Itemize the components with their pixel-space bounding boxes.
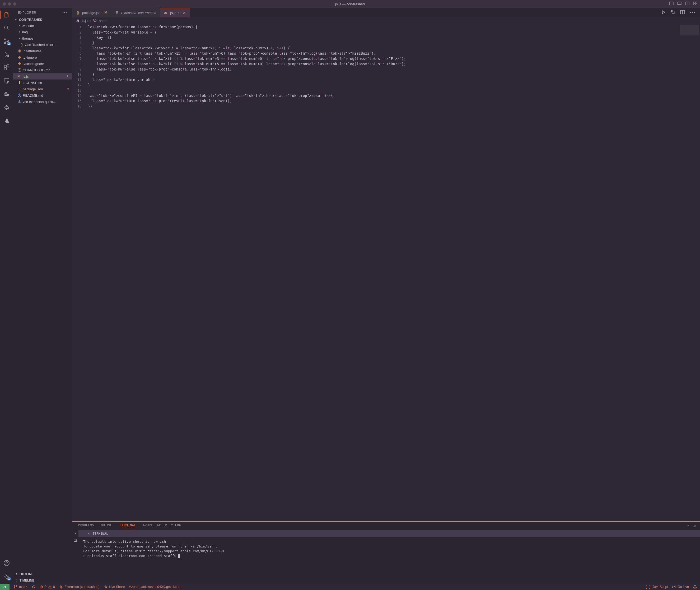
tree-item-label: .vscodeignore xyxy=(23,62,44,66)
tab-status: U xyxy=(178,11,181,15)
activity-explorer[interactable] xyxy=(3,11,10,18)
close-window-button[interactable] xyxy=(3,2,6,6)
editor-tab[interactable]: JSjs.jsU✕ xyxy=(160,8,190,17)
svg-point-13 xyxy=(4,42,6,44)
svg-point-25 xyxy=(6,576,7,577)
activity-accounts[interactable] xyxy=(3,559,10,567)
editor-tab[interactable]: Extension: con-trashed xyxy=(111,8,160,17)
tab-label: Extension: con-trashed xyxy=(121,11,157,15)
minimap[interactable] xyxy=(679,24,700,521)
file-item[interactable]: README.md xyxy=(13,92,72,99)
titlebar: js.js — con-trashed xyxy=(0,0,700,8)
status-language[interactable]: { } JavaScript xyxy=(645,585,668,589)
traffic-lights xyxy=(3,2,16,6)
tree-item-label: package.json xyxy=(23,87,43,91)
activity-settings[interactable]: 1 xyxy=(3,573,10,580)
status-sync[interactable] xyxy=(32,585,35,589)
cube-icon xyxy=(93,18,97,23)
editor-body[interactable]: 12345678910111213141516 lass="tok-kw">fu… xyxy=(72,24,700,521)
sidebar-explorer: EXPLORER ••• CON-TRASHED .vscodeimgtheme… xyxy=(13,8,72,584)
remote-button[interactable] xyxy=(0,584,9,590)
tree-item-label: .gitattributes xyxy=(23,49,41,53)
folder-item[interactable]: img xyxy=(13,29,72,35)
file-item[interactable]: CHANGELOG.md xyxy=(13,67,72,73)
terminal-section-header[interactable]: TERMINAL xyxy=(79,530,700,537)
panel-tab-output[interactable]: OUTPUT xyxy=(101,523,113,529)
tree-item-label: .vscode xyxy=(22,24,34,28)
outline-section[interactable]: OUTLINE xyxy=(13,571,72,577)
editor-tab[interactable]: {}package.jsonM xyxy=(72,8,111,17)
activity-azure[interactable] xyxy=(3,117,10,124)
status-azure[interactable]: Azure: patrickosten040@gmail.com xyxy=(129,585,181,589)
breadcrumbs[interactable]: JS js.js › name xyxy=(72,17,700,24)
js-file-icon: JS xyxy=(76,19,80,22)
toggle-panel-icon[interactable] xyxy=(677,1,682,7)
activity-docker[interactable] xyxy=(3,90,10,98)
status-branch[interactable]: main* xyxy=(14,585,27,589)
panel-tab-problems[interactable]: PROBLEMS xyxy=(78,523,94,529)
minimize-window-button[interactable] xyxy=(8,2,11,6)
activity-run-debug[interactable] xyxy=(3,51,10,58)
terminal-side-controls xyxy=(72,530,79,584)
folder-item[interactable]: themes xyxy=(13,35,72,41)
terminal-config-icon[interactable] xyxy=(74,538,77,543)
status-problems[interactable]: 0 0 xyxy=(39,585,55,589)
panel-maximize-icon[interactable] xyxy=(686,524,690,528)
breadcrumb-separator-icon: › xyxy=(90,19,91,23)
svg-point-35 xyxy=(674,13,675,14)
split-editor-icon[interactable] xyxy=(680,10,685,16)
file-item[interactable]: .vscodeignore xyxy=(13,61,72,67)
panel-close-icon[interactable]: ✕ xyxy=(694,524,696,528)
file-item[interactable]: vsc-extension-quick… xyxy=(13,99,72,105)
customize-layout-icon[interactable] xyxy=(693,1,697,7)
svg-rect-9 xyxy=(696,4,697,5)
svg-line-11 xyxy=(7,29,9,30)
toggle-primary-sidebar-icon[interactable] xyxy=(669,1,674,7)
code-content[interactable]: lass="tok-kw">function lass="tok-fn">nam… xyxy=(87,24,679,521)
file-item[interactable]: {}Con-Trashed-color… xyxy=(13,41,72,48)
svg-rect-8 xyxy=(693,4,695,5)
maximize-window-button[interactable] xyxy=(13,2,16,6)
sidebar-title: EXPLORER xyxy=(18,11,36,14)
svg-point-30 xyxy=(19,94,20,95)
status-live-share[interactable]: Live Share xyxy=(104,585,125,589)
status-notifications[interactable] xyxy=(693,585,697,589)
activity-live-share[interactable] xyxy=(3,104,10,111)
file-item[interactable]: .gitattributes xyxy=(13,48,72,54)
panel-actions: ✕ xyxy=(686,524,700,528)
editor-more-icon[interactable]: ••• xyxy=(690,10,696,15)
close-tab-icon[interactable]: ✕ xyxy=(183,11,186,15)
line-number-gutter: 12345678910111213141516 xyxy=(72,24,87,521)
panel-tab-terminal[interactable]: TERMINAL xyxy=(120,523,136,529)
toggle-secondary-sidebar-icon[interactable] xyxy=(685,1,689,7)
file-item[interactable]: .gitignore xyxy=(13,54,72,61)
svg-rect-20 xyxy=(4,79,9,82)
status-go-live[interactable]: Go Live xyxy=(672,585,689,589)
tree-item-label: Con-Trashed-color… xyxy=(25,43,57,47)
sidebar-header: EXPLORER ••• xyxy=(13,8,72,17)
vscode-window: js.js — con-trashed 2 xyxy=(0,0,700,590)
breadcrumb-symbol[interactable]: name xyxy=(99,19,107,23)
tab-label: package.json xyxy=(82,11,102,15)
run-file-icon[interactable] xyxy=(661,10,666,16)
svg-point-10 xyxy=(4,26,8,29)
file-item[interactable]: {}package.jsonM xyxy=(13,86,72,92)
terminal-expand-icon[interactable] xyxy=(74,531,77,536)
timeline-section[interactable]: TIMELINE xyxy=(13,577,72,584)
sidebar-more-icon[interactable]: ••• xyxy=(62,11,67,14)
activity-source-control[interactable]: 2 xyxy=(3,37,10,45)
folder-item[interactable]: .vscode xyxy=(13,22,72,29)
activity-remote-explorer[interactable] xyxy=(3,77,10,85)
svg-point-12 xyxy=(4,39,6,40)
status-extension[interactable]: Extension (con-trashed) xyxy=(59,585,100,589)
terminal-content[interactable]: The default interactive shell is now zsh… xyxy=(79,537,700,584)
breadcrumb-file[interactable]: js.js xyxy=(82,19,87,23)
folder-header[interactable]: CON-TRASHED xyxy=(13,17,72,22)
git-compare-icon[interactable] xyxy=(671,10,676,16)
tree-item-label: README.md xyxy=(23,94,43,97)
file-item[interactable]: LICENSE.txt xyxy=(13,80,72,86)
activity-search[interactable] xyxy=(3,24,10,32)
file-item[interactable]: JSjs.jsU xyxy=(13,73,72,80)
panel-tab-azure-activity-log[interactable]: AZURE: ACTIVITY LOG xyxy=(143,523,181,529)
activity-extensions[interactable] xyxy=(3,64,10,71)
